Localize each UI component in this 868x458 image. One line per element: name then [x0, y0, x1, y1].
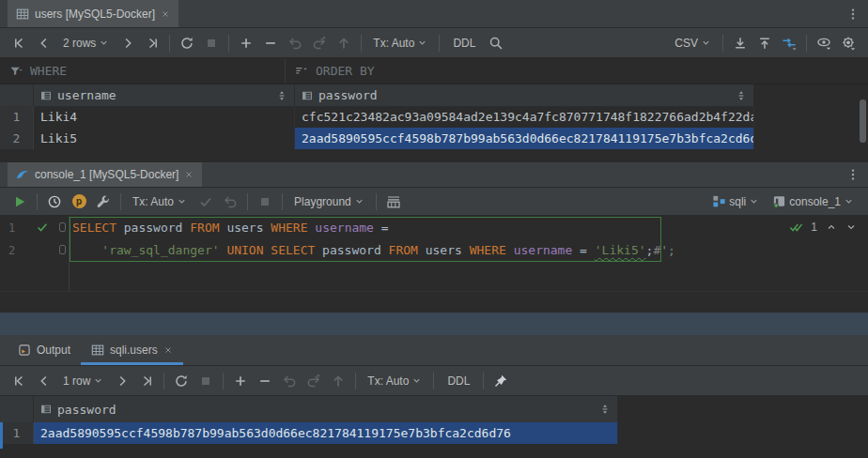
where-filter-input[interactable]: WHERE	[0, 58, 285, 84]
sql-operator: =	[580, 243, 595, 257]
tx-mode-dropdown[interactable]: Tx: Auto	[366, 37, 434, 50]
execution-count: 1	[811, 221, 817, 234]
pin-tab-button[interactable]	[488, 370, 513, 392]
export-data-button[interactable]	[728, 32, 752, 54]
divider	[37, 193, 38, 210]
column-header-password[interactable]: password	[295, 84, 754, 106]
sql-column: username	[506, 243, 580, 257]
divider	[247, 193, 248, 210]
sort-toggle-icon[interactable]	[276, 90, 287, 101]
column-header-username[interactable]: username	[34, 84, 295, 106]
submit-button[interactable]	[332, 32, 356, 54]
next-page-button[interactable]	[110, 370, 134, 392]
fold-marker[interactable]	[59, 245, 66, 254]
order-by-filter-input[interactable]: ORDER BY	[286, 58, 384, 84]
resubmit-button[interactable]	[302, 370, 326, 392]
console-options-menu[interactable]	[846, 162, 868, 187]
sort-toggle-icon[interactable]	[736, 90, 747, 101]
revert-button[interactable]	[283, 32, 307, 54]
run-button[interactable]	[8, 191, 32, 213]
cell-password-selected[interactable]: 2aad5890595ccf4598b787b99ab563d0d66ec821…	[295, 128, 754, 149]
first-page-button[interactable]	[8, 370, 32, 392]
tx-mode-dropdown[interactable]: Tx: Auto	[361, 374, 428, 388]
add-row-button[interactable]	[234, 32, 258, 54]
last-page-button[interactable]	[140, 32, 164, 54]
cell-password-selected[interactable]: 2aad5890595ccf4598b787b99ab563d0d66ec821…	[34, 422, 618, 444]
delete-row-button[interactable]	[258, 32, 283, 54]
add-row-button[interactable]	[228, 370, 253, 392]
export-format-label: CSV	[674, 37, 698, 50]
compare-button[interactable]	[777, 32, 801, 54]
rows-count-dropdown[interactable]: 1 row	[56, 374, 110, 388]
console-session-dropdown[interactable]: console_1	[766, 194, 860, 208]
reload-data-button[interactable]	[175, 32, 199, 54]
table-icon	[91, 344, 104, 357]
parameters-button[interactable]: p	[67, 191, 91, 213]
panel-splitter[interactable]	[0, 313, 868, 335]
code-line[interactable]: 'raw_sql_danger' UNION SELECT password F…	[72, 239, 675, 262]
tab-console[interactable]: console_1 [MySQL5-Docker]	[8, 162, 202, 187]
next-page-button[interactable]	[116, 32, 140, 54]
vertical-scrollbar[interactable]	[860, 99, 866, 143]
cell-password[interactable]: cfc521c23482ac93a09584ad2e139c4a7fc87077…	[295, 106, 754, 128]
close-icon[interactable]	[184, 170, 194, 179]
rows-count-dropdown[interactable]: 2 rows	[56, 37, 116, 50]
line-number: 2	[8, 239, 27, 262]
tx-mode-label: Tx: Auto	[132, 195, 174, 208]
in-editor-results-button[interactable]	[381, 191, 406, 213]
stop-button[interactable]	[199, 32, 224, 54]
stop-button[interactable]	[253, 191, 277, 213]
find-button[interactable]	[484, 32, 508, 54]
revert-button[interactable]	[277, 370, 302, 392]
sql-column: username	[308, 221, 381, 235]
column-label: username	[57, 88, 116, 102]
previous-page-button[interactable]	[32, 32, 56, 54]
code-line[interactable]: SELECT password FROM users WHERE usernam…	[72, 217, 389, 239]
commit-button[interactable]	[194, 191, 218, 213]
cell-username[interactable]: Liki5	[34, 128, 295, 149]
sql-editor[interactable]: 1 2 SELECT password FROM users WHERE use…	[0, 216, 868, 313]
table-row: 2 Liki5 2aad5890595ccf4598b787b99ab563d0…	[0, 128, 868, 149]
history-button[interactable]	[42, 191, 67, 213]
delete-row-button[interactable]	[253, 370, 277, 392]
export-format-dropdown[interactable]: CSV	[668, 37, 718, 50]
tx-mode-label: Tx: Auto	[373, 37, 414, 50]
tx-mode-dropdown[interactable]: Tx: Auto	[126, 195, 194, 208]
previous-statement-icon[interactable]	[826, 221, 837, 233]
tab-label: Output	[37, 344, 70, 357]
selected-row-indicator	[0, 422, 3, 449]
view-options-button[interactable]	[812, 32, 836, 54]
resubmit-button[interactable]	[307, 32, 332, 54]
ddl-button[interactable]: DDL	[444, 37, 484, 50]
settings-wrench-button[interactable]	[91, 191, 116, 213]
tab-options-menu[interactable]	[846, 0, 868, 27]
result-grid-toolbar: 1 row Tx: Auto DDL	[0, 366, 868, 396]
tab-users-table[interactable]: users [MySQL5-Docker]	[8, 0, 178, 27]
close-icon[interactable]	[163, 345, 173, 355]
first-page-button[interactable]	[8, 32, 32, 54]
tab-sqli-users-result[interactable]: sqli.users	[81, 335, 183, 365]
stop-button[interactable]	[194, 370, 218, 392]
rows-count-label: 2 rows	[63, 37, 96, 50]
chevron-down-icon	[93, 375, 103, 386]
rollback-button[interactable]	[218, 191, 242, 213]
divider	[722, 35, 723, 52]
last-page-button[interactable]	[134, 370, 159, 392]
next-statement-icon[interactable]	[845, 221, 857, 233]
cell-username[interactable]: Liki4	[34, 106, 295, 128]
column-header-password[interactable]: password	[34, 396, 618, 422]
import-data-button[interactable]	[752, 32, 777, 54]
schema-dropdown[interactable]: sqli	[705, 194, 766, 208]
sql-identifier: password	[116, 221, 190, 235]
playground-dropdown[interactable]: Playground	[287, 195, 371, 208]
fold-marker[interactable]	[59, 222, 66, 232]
ddl-button[interactable]: DDL	[439, 374, 478, 388]
reload-data-button[interactable]	[169, 370, 194, 392]
previous-page-button[interactable]	[32, 370, 56, 392]
chevron-down-icon	[749, 196, 759, 206]
settings-button[interactable]	[836, 32, 860, 54]
tab-output[interactable]: Output	[8, 335, 81, 365]
close-icon[interactable]	[161, 9, 170, 19]
sort-toggle-icon[interactable]	[599, 404, 611, 415]
submit-button[interactable]	[326, 370, 350, 392]
